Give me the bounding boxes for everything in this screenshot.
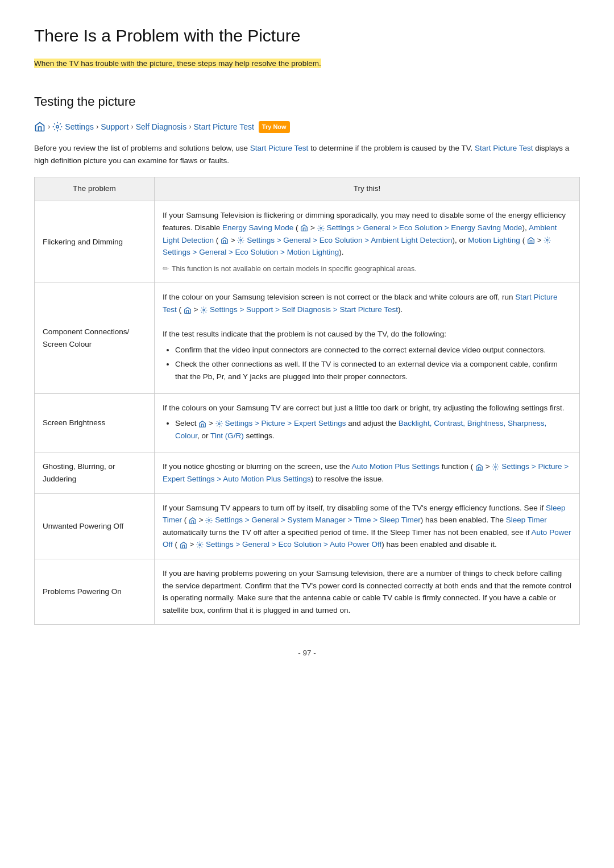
svg-point-4 [203, 309, 205, 311]
svg-point-1 [320, 227, 322, 229]
svg-point-3 [546, 239, 548, 241]
table-row: Screen Brightness If the colours on your… [35, 393, 580, 452]
table-row: Ghosting, Blurring, or Juddering If you … [35, 452, 580, 493]
svg-point-6 [495, 466, 496, 468]
subtitle: When the TV has trouble with the picture… [34, 57, 580, 70]
link-energy-saving: Energy Saving Mode [222, 223, 293, 232]
col-problem: The problem [35, 177, 155, 201]
nav-start-picture-test: Start Picture Test [194, 121, 254, 134]
home-icon-inline5 [198, 420, 206, 428]
home-icon-inline7 [189, 517, 197, 525]
nav-path: › Settings › Support › Self Diagnosis › … [34, 121, 580, 134]
problem-cell: Unwanted Powering Off [35, 493, 155, 559]
gear-icon-inline [317, 225, 325, 232]
svg-point-8 [199, 544, 201, 546]
nav-settings: Settings [65, 121, 94, 134]
page-number: - 97 - [34, 647, 580, 659]
gear-icon-inline3 [544, 236, 551, 244]
flickering-note: This function is not available on certai… [163, 263, 571, 275]
gear-icon-1 [52, 122, 63, 132]
problem-cell: Screen Brightness [35, 393, 155, 452]
home-icon-inline3 [527, 236, 535, 244]
gear-icon-inline5 [215, 420, 223, 427]
intro-paragraph: Before you review the list of problems a… [34, 142, 580, 167]
gear-icon-inline6 [492, 463, 499, 471]
svg-point-2 [240, 239, 242, 241]
solution-cell: If the colours on your Samsung TV are co… [154, 393, 579, 452]
solution-cell: If you notice ghosting or blurring on th… [154, 452, 579, 493]
table-row: Problems Powering On If you are having p… [35, 559, 580, 624]
intro-link-2: Start Picture Test [475, 144, 533, 152]
svg-point-7 [208, 520, 210, 521]
problem-table: The problem Try this! Flickering and Dim… [34, 177, 580, 625]
solution-cell: If you are having problems powering on y… [154, 559, 579, 624]
problem-cell: Ghosting, Blurring, or Juddering [35, 452, 155, 493]
try-now-badge[interactable]: Try Now [259, 121, 290, 133]
gear-icon-inline8 [196, 541, 204, 549]
component-list: Confirm that the video input connectors … [163, 344, 571, 383]
nav-support: Support [101, 121, 128, 134]
page-title: There Is a Problem with the Picture [34, 23, 580, 49]
solution-cell: If your Samsung Television is flickering… [154, 201, 579, 283]
chevron-4: › [189, 121, 191, 132]
solution-cell: If your Samsung TV appears to turn off b… [154, 493, 579, 559]
problem-cell: Flickering and Dimming [35, 201, 155, 283]
chevron-2: › [96, 121, 98, 132]
brightness-list: Select > Settings > Picture > Expert Set… [163, 417, 571, 442]
nav-self-diagnosis: Self Diagnosis [136, 121, 187, 134]
home-icon-inline6 [475, 463, 483, 471]
table-row: Unwanted Powering Off If your Samsung TV… [35, 493, 580, 559]
gear-icon-inline2 [237, 236, 244, 244]
section-title: Testing the picture [34, 92, 580, 111]
col-try-this: Try this! [154, 177, 579, 201]
svg-point-5 [218, 423, 220, 425]
home-icon [34, 121, 45, 132]
gear-icon-inline7 [205, 517, 213, 524]
home-icon-inline2 [221, 236, 229, 244]
home-icon-inline8 [180, 541, 188, 549]
intro-link-1: Start Picture Test [250, 144, 309, 152]
solution-cell: If the colour on your Samsung television… [154, 283, 579, 393]
home-icon-inline4 [184, 306, 192, 314]
chevron-1: › [48, 121, 50, 132]
table-row: Flickering and Dimming If your Samsung T… [35, 201, 580, 283]
table-row: Component Connections/Screen Colour If t… [35, 283, 580, 393]
svg-point-0 [56, 126, 59, 128]
chevron-3: › [131, 121, 133, 132]
problem-cell: Problems Powering On [35, 559, 155, 624]
home-icon-inline [300, 224, 308, 232]
problem-cell: Component Connections/Screen Colour [35, 283, 155, 393]
gear-icon-inline4 [200, 306, 208, 314]
